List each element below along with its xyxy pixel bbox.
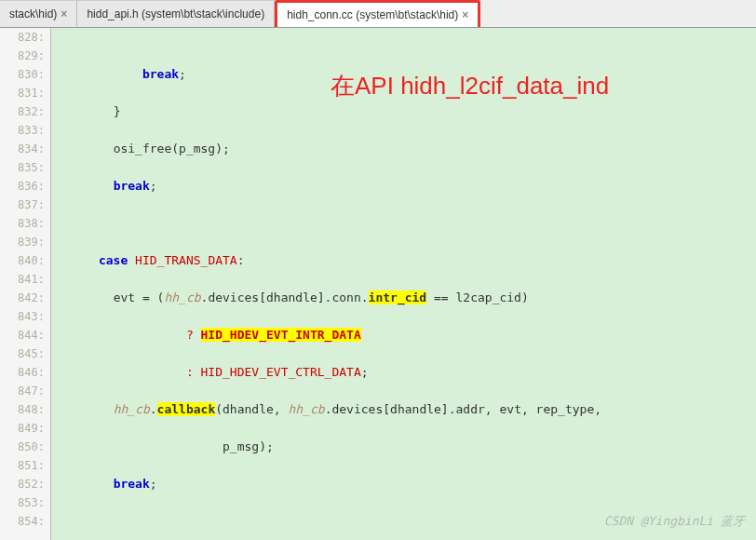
line-number: 853: [0,493,45,512]
annotation-text: 在API hidh_l2cif_data_ind [331,76,609,95]
line-number: 836: [0,177,45,196]
tab-label: hidh_conn.cc (system\bt\stack\hid) [287,8,458,21]
stmt-osi-free: osi_free(p_msg); [114,142,230,155]
tab-label: stack\hid) [9,7,57,20]
line-number: 835: [0,158,45,177]
const-hid-trans-data: HID_TRANS_DATA [135,253,237,267]
line-number: 838: [0,214,45,233]
highlight-intr-cid: intr_cid [369,290,427,304]
line-number: 837: [0,196,45,214]
line-number: 834: [0,140,45,158]
highlight-callback: callback [157,402,216,416]
brace: } [114,104,121,118]
line-number: 831: [0,84,45,102]
line-number: 852: [0,475,45,493]
editor: 828:829:830:831:832:833:834:835:836:837:… [0,28,756,540]
line-number: 828: [0,28,45,47]
keyword-break: break [142,67,179,81]
line-number: 841: [0,270,45,289]
line-number: 832: [0,102,45,121]
line-number: 833: [0,121,45,140]
line-number: 847: [0,382,45,400]
line-number: 854: [0,512,45,531]
tab-label: hidd_api.h (system\bt\stack\include) [87,7,264,20]
keyword-case: case [99,253,128,267]
tab-bar: stack\hid)× hidd_api.h (system\bt\stack\… [0,0,756,28]
line-number: 840: [0,251,45,270]
line-number: 846: [0,363,45,382]
line-number: 839: [0,233,45,251]
tab-hidd-api[interactable]: hidd_api.h (system\bt\stack\include) [77,0,275,27]
close-icon[interactable]: × [462,8,468,21]
highlight-intr-data: HID_HDEV_EVT_INTR_DATA [201,328,361,342]
const-ctrl-data: HID_HDEV_EVT_CTRL_DATA [201,365,361,379]
line-number: 844: [0,326,45,344]
line-number: 850: [0,438,45,456]
line-number: 842: [0,289,45,307]
code-area[interactable]: 在API hidh_l2cif_data_ind break; } osi_fr… [51,28,756,540]
line-number: 845: [0,344,45,363]
line-number: 849: [0,419,45,438]
line-number: 830: [0,65,45,84]
tab-hidh-conn[interactable]: hidh_conn.cc (system\bt\stack\hid)× [275,0,480,27]
tab-partial[interactable]: stack\hid)× [0,0,77,27]
line-number: 843: [0,307,45,326]
close-icon[interactable]: × [61,7,67,20]
line-gutter: 828:829:830:831:832:833:834:835:836:837:… [0,28,51,540]
line-number: 848: [0,400,45,419]
line-number: 851: [0,456,45,475]
line-number: 829: [0,47,45,65]
watermark: CSDN @YingbinLi 蓝牙 [604,512,745,531]
